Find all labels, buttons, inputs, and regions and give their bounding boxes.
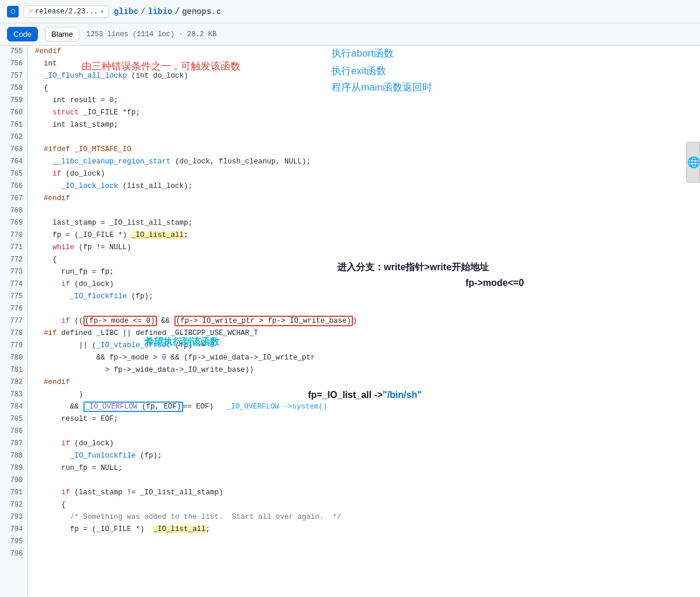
branch-icon: ⑂ (29, 8, 33, 15)
code-line: _IO_flush_all_lockp (int do_lock) (35, 70, 700, 82)
code-line: || (_IO_vtable_offset (fp) == 0 (35, 340, 700, 352)
code-line-786: && _IO_OVERFLOW (fp, EOF)== EOF) _IO_OVE… (35, 401, 700, 413)
code-line: run_fp = fp; (35, 266, 700, 278)
code-line: run_fp = NULL; (35, 462, 700, 474)
code-line: #if defined _LIBC || defined _GLIBCPP_US… (35, 327, 700, 340)
code-line (35, 131, 700, 144)
browser-sidebar-button[interactable]: 🌐 (686, 142, 700, 183)
code-line: _IO_lock_lock (list_all_lock); (35, 180, 700, 193)
top-bar: ⬡ ⑂ release/2.23... ▾ glibc / libio / ge… (0, 0, 700, 23)
code-line: __libc_cleanup_region_start (do_lock, fl… (35, 156, 700, 168)
code-line: #endif (35, 376, 700, 389)
code-line: int last_stamp; (35, 119, 700, 131)
code-line: > fp->_wide_data->_IO_write_base)) (35, 364, 700, 376)
tab-code[interactable]: Code (7, 27, 38, 41)
code-line: _IO_flockfile (fp); (35, 291, 700, 303)
breadcrumb-sep2: / (175, 7, 180, 16)
code-line: last_stamp = _IO_list_all_stamp; (35, 217, 700, 229)
repo-icon: ⬡ (7, 6, 19, 18)
chevron-down-icon: ▾ (100, 8, 104, 15)
code-line: #endif (35, 46, 700, 58)
breadcrumb-glibc[interactable]: glibc (114, 7, 138, 16)
code-line: { (35, 82, 700, 95)
branch-name: release/2.23... (35, 8, 98, 16)
code-line: if (last_stamp != _IO_list_all_stamp) (35, 487, 700, 499)
code-line: result = EOF; (35, 413, 700, 425)
code-line: if (do_lock) (35, 438, 700, 450)
breadcrumb-file: genops.c (182, 7, 221, 16)
code-line: #ifdef _IO_MTSAFE_IO (35, 144, 700, 156)
file-meta: 1253 lines (1114 loc) · 28.2 KB (86, 30, 216, 39)
file-info-bar: Code Blame 1253 lines (1114 loc) · 28.2 … (0, 23, 700, 46)
code-area: 755 756 757 758 759 760 761 762 763 764 … (0, 46, 700, 597)
line-numbers: 755 756 757 758 759 760 761 762 763 764 … (0, 46, 28, 597)
branch-selector[interactable]: ⑂ release/2.23... ▾ (23, 5, 109, 18)
code-line: fp = (_IO_FILE *) _IO_list_all; (35, 523, 700, 536)
code-line: _IO_funlockfile (fp); (35, 450, 700, 462)
code-line: ) (35, 389, 700, 401)
code-line (35, 303, 700, 315)
code-line: /* Something was added to the list. Star… (35, 511, 700, 523)
code-line: struct _IO_FILE *fp; (35, 107, 700, 119)
code-line-779: if (((fp-> mode <= 0) && (fp-> IO_write_… (35, 315, 700, 327)
breadcrumb: glibc / libio / genops.c (114, 7, 221, 16)
code-line: int (35, 58, 700, 70)
code-line: if (do_lock) (35, 168, 700, 180)
code-line (35, 474, 700, 487)
code-line: while (fp != NULL) (35, 242, 700, 254)
code-content: #endif int _IO_flush_all_lockp (int do_l… (28, 46, 700, 597)
code-line: #endif (35, 193, 700, 205)
code-line (35, 205, 700, 217)
code-line: { (35, 254, 700, 266)
tab-blame[interactable]: Blame (45, 27, 79, 41)
breadcrumb-sep1: / (141, 7, 145, 16)
code-line: { (35, 499, 700, 511)
breadcrumb-libio[interactable]: libio (148, 7, 172, 16)
code-line (35, 425, 700, 438)
code-line: if (do_lock) (35, 278, 700, 291)
code-line: fp = (_IO_FILE *) _IO_list_all; (35, 229, 700, 242)
code-line: && fp->_mode > 0 && (fp->_wide_data->_IO… (35, 352, 700, 364)
code-line: int result = 0; (35, 95, 700, 107)
code-lines: #endif int _IO_flush_all_lockp (int do_l… (28, 46, 700, 536)
